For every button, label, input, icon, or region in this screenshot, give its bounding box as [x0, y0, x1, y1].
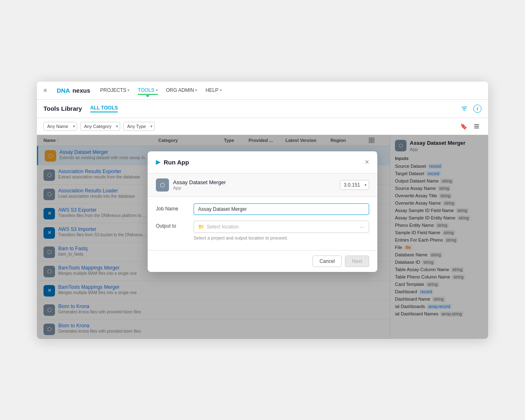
filter-icon[interactable] [459, 104, 469, 114]
nav-item-projects[interactable]: PROJECTS ▾ [100, 86, 130, 95]
subheader: Tools Library ALL TOOLS i [37, 100, 488, 118]
output-location-field[interactable]: 📁 Select location ··· [194, 221, 369, 233]
nav-items: PROJECTS ▾ TOOLS ▾ ORG ADMIN ▾ HELP ▾ [100, 86, 222, 95]
tools-active-indicator [146, 95, 150, 97]
cancel-button[interactable]: Cancel [313, 256, 342, 267]
folder-icon: 📁 [198, 224, 204, 230]
modal-close-button[interactable]: × [365, 158, 369, 167]
bookmark-icon[interactable]: 🔖 [459, 121, 468, 131]
modal-app-name: Assay Dataset Merger [173, 179, 226, 185]
modal-app-type: App [173, 185, 226, 190]
svg-rect-2 [474, 128, 479, 128]
version-select[interactable]: 3.0.151 [340, 180, 369, 190]
logo-dna: DNA [57, 87, 70, 94]
top-navigation: ≡ DNAnexus PROJECTS ▾ TOOLS ▾ ORG ADMIN … [37, 82, 488, 100]
modal-title: ▶ Run App [156, 159, 189, 166]
output-hint: Select a project and output location to … [194, 235, 369, 240]
info-icon[interactable]: i [473, 105, 482, 113]
list-view-icon[interactable] [472, 121, 482, 131]
chevron-down-icon: ▾ [195, 88, 197, 92]
chevron-down-icon: ▾ [128, 88, 130, 92]
nav-item-tools[interactable]: TOOLS ▾ [138, 86, 158, 95]
modal-footer: Cancel Next [148, 250, 377, 272]
category-filter[interactable]: Any Category [80, 122, 120, 131]
job-name-row: Job Name [156, 203, 369, 215]
hamburger-icon[interactable]: ≡ [43, 87, 47, 94]
nav-item-org-admin[interactable]: ORG ADMIN ▾ [166, 86, 198, 95]
modal-overlay: ▶ Run App × ⬡ Assay Dataset Merger App [37, 135, 488, 339]
job-name-input[interactable] [194, 203, 369, 215]
filters-bar: Any Name Any Category Any Type 🔖 [37, 118, 488, 135]
output-to-label: Output to [156, 221, 189, 229]
page-title: Tools Library [43, 105, 82, 112]
next-button[interactable]: Next [345, 256, 369, 267]
svg-rect-1 [474, 126, 479, 127]
run-app-modal: ▶ Run App × ⬡ Assay Dataset Merger App [148, 151, 377, 272]
type-filter[interactable]: Any Type [123, 122, 155, 131]
name-filter[interactable]: Any Name [43, 122, 77, 131]
logo-nexus: nexus [73, 87, 90, 94]
svg-rect-0 [474, 124, 479, 125]
output-to-row: Output to 📁 Select location ··· [156, 221, 369, 233]
modal-play-icon: ▶ [156, 159, 160, 165]
modal-app-row: ⬡ Assay Dataset Merger App 3.0.151 [148, 173, 377, 197]
more-icon: ··· [360, 224, 365, 230]
modal-body: Job Name Output to 📁 Select location ···… [148, 197, 377, 250]
job-name-label: Job Name [156, 203, 189, 212]
logo: DNAnexus [57, 87, 90, 94]
modal-header: ▶ Run App × [148, 151, 377, 173]
chevron-down-icon: ▾ [220, 88, 222, 92]
chevron-down-icon: ▾ [156, 88, 158, 92]
tab-all-tools[interactable]: ALL TOOLS [90, 105, 118, 112]
nav-item-help[interactable]: HELP ▾ [205, 86, 221, 95]
output-placeholder: Select location [207, 224, 239, 230]
modal-app-icon: ⬡ [156, 178, 169, 192]
